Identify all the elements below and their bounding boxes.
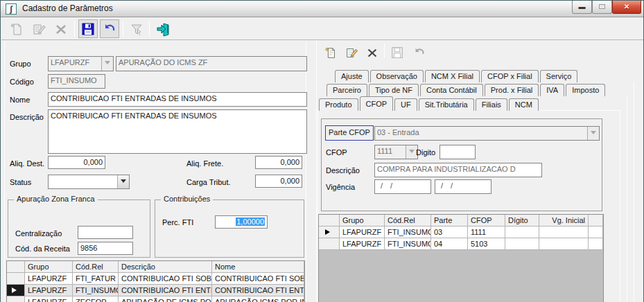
tab-ajuste[interactable]: Ajuste bbox=[335, 70, 369, 82]
cell-cod-rel[interactable]: ZECFOP bbox=[73, 296, 119, 302]
tab-produto[interactable]: Produto bbox=[319, 98, 358, 111]
vigencia-fim-field[interactable]: / / bbox=[435, 179, 491, 194]
chevron-down-icon[interactable] bbox=[117, 175, 129, 188]
delete-icon bbox=[53, 21, 69, 37]
column-header-grupo[interactable]: Grupo bbox=[25, 261, 73, 273]
toolbar-separator bbox=[74, 21, 75, 37]
chevron-down-icon[interactable] bbox=[101, 57, 113, 71]
detail-descricao-field[interactable]: COMPRA PARA INDUSTRIALIZACAO D bbox=[374, 163, 542, 177]
maximize-button[interactable] bbox=[592, 1, 612, 14]
descricao-textarea[interactable]: CONTRIBUICAO FTI ENTRADAS DE INSUMOS bbox=[48, 109, 307, 154]
cell-grupo[interactable]: LFAPURZF bbox=[340, 226, 385, 238]
delete-button[interactable] bbox=[51, 19, 71, 38]
cell-grupo[interactable]: LFAPURZF bbox=[340, 238, 385, 250]
cell-vg-inicial[interactable] bbox=[539, 226, 589, 238]
column-header-parte[interactable]: Parte bbox=[431, 215, 468, 226]
save-button[interactable] bbox=[78, 19, 98, 38]
tab-row-1: Ajuste Observação NCM X Filial CFOP x Fi… bbox=[335, 70, 579, 82]
perc-fti-field[interactable]: 1,00000 bbox=[215, 215, 268, 229]
cell-descricao[interactable]: CONTRIBUICAO FTI ENTR bbox=[119, 285, 212, 296]
column-header-digito[interactable]: Dígito bbox=[505, 215, 539, 226]
column-header-vg-inicial[interactable]: Vg. Inicial bbox=[539, 215, 589, 226]
column-header-nome[interactable]: Nome bbox=[212, 261, 304, 273]
detail-edit-button[interactable] bbox=[342, 44, 360, 61]
tab-sit-tributaria[interactable]: Sit.Tributária bbox=[419, 98, 474, 111]
grupo-combo[interactable]: LFAPURZF bbox=[48, 56, 114, 71]
status-combo[interactable] bbox=[48, 175, 130, 189]
new-button[interactable] bbox=[7, 19, 26, 38]
grid-empty-area bbox=[319, 250, 603, 302]
tab-prod-x-filial[interactable]: Prod. x Filial bbox=[485, 84, 539, 96]
undo-button[interactable] bbox=[100, 19, 119, 38]
table-row-selected[interactable]: LFAPURZF FTI_INSUMC CONTRIBUICAO FTI ENT… bbox=[7, 285, 304, 296]
cod-receita-field[interactable]: 9856 bbox=[78, 242, 133, 255]
carga-tribut-field[interactable]: 0,000 bbox=[255, 175, 302, 188]
cell-digito[interactable] bbox=[505, 238, 539, 250]
vigencia-inicio-field[interactable]: / / bbox=[374, 179, 431, 194]
tab-imposto[interactable]: Imposto bbox=[566, 84, 605, 96]
cfop-combo[interactable]: 1111 bbox=[374, 145, 418, 159]
tab-ncm[interactable]: NCM bbox=[509, 98, 539, 111]
cell-cod-rel[interactable]: FTI_INSUMC bbox=[385, 238, 431, 250]
table-row[interactable]: LFAPURZF FTI_FATUR CONTRIBUICAO FTI SOBR… bbox=[7, 273, 304, 285]
exit-button[interactable] bbox=[153, 19, 173, 38]
table-row[interactable]: LFAPURZF ZECFOP APURAÇÃO DE ICMS POR APU… bbox=[7, 296, 304, 302]
tab-servico[interactable]: Serviço bbox=[540, 70, 578, 82]
detail-delete-button[interactable] bbox=[363, 44, 381, 61]
chevron-down-icon[interactable] bbox=[587, 127, 599, 140]
cell-nome[interactable]: CONTRIBUICAO FTI SOBR bbox=[212, 273, 304, 285]
column-header-cod-rel[interactable]: Cód.Rel bbox=[73, 261, 119, 273]
cell-grupo[interactable]: LFAPURZF bbox=[25, 273, 73, 285]
cell-nome[interactable]: CONTRIBUICAO FTI ENTR bbox=[212, 285, 304, 296]
cell-descricao[interactable]: APURAÇÃO DE ICMS POR bbox=[119, 296, 212, 302]
tab-cfop[interactable]: CFOP bbox=[360, 96, 394, 111]
cell-cfop[interactable]: 1111 bbox=[468, 226, 505, 238]
cell-cod-rel[interactable]: FTI_INSUMC bbox=[73, 285, 119, 296]
app-window: ∫ Cadastro de Parâmetros ▬ ✕ bbox=[0, 0, 644, 302]
tab-observacao[interactable]: Observação bbox=[370, 70, 424, 82]
digito-field[interactable] bbox=[440, 145, 476, 159]
tab-iva[interactable]: IVA bbox=[540, 84, 564, 96]
grupo-descricao-field[interactable]: APURAÇÃO DO ICMS ZF bbox=[116, 56, 307, 71]
tab-uf[interactable]: UF bbox=[394, 98, 417, 111]
cell-parte[interactable]: 04 bbox=[431, 238, 468, 250]
detail-undo-button[interactable] bbox=[410, 44, 428, 61]
aliq-frete-field[interactable]: 0,000 bbox=[255, 156, 302, 169]
cell-cfop[interactable]: 5103 bbox=[468, 238, 505, 250]
edit-button[interactable] bbox=[29, 19, 49, 38]
nome-field[interactable]: CONTRIBUICAO FTI ENTRADAS DE INSUMOS bbox=[48, 92, 307, 107]
cell-partial[interactable] bbox=[589, 238, 603, 250]
cell-partial[interactable] bbox=[589, 226, 603, 238]
tab-parceiro[interactable]: Parceiro bbox=[327, 84, 367, 96]
cell-grupo[interactable]: LFAPURZF bbox=[25, 296, 73, 302]
centralizacao-field[interactable] bbox=[78, 226, 133, 239]
cell-grupo[interactable]: LFAPURZF bbox=[25, 285, 73, 296]
filter-button[interactable] bbox=[127, 19, 146, 38]
tab-conta-contabil[interactable]: Conta Contábil bbox=[420, 84, 483, 96]
close-button[interactable]: ✕ bbox=[612, 1, 641, 14]
minimize-button[interactable]: ▬ bbox=[572, 1, 592, 14]
column-header-grupo[interactable]: Grupo bbox=[340, 215, 385, 226]
table-row-selected[interactable]: LFAPURZF FTI_INSUMC 03 1111 bbox=[319, 226, 603, 238]
detail-save-button[interactable] bbox=[388, 44, 406, 61]
column-header-cod-rel[interactable]: Cód.Rel bbox=[385, 215, 431, 226]
tab-cfop-x-filial[interactable]: CFOP x Filial bbox=[481, 70, 539, 82]
cell-digito[interactable] bbox=[505, 226, 539, 238]
cell-nome[interactable]: APURAÇÃO ICMS POR INC bbox=[212, 296, 304, 302]
tab-filiais[interactable]: Filiais bbox=[476, 98, 507, 111]
cell-descricao[interactable]: CONTRIBUICAO FTI SOBR bbox=[119, 273, 212, 285]
title-bar[interactable]: ∫ Cadastro de Parâmetros ▬ ✕ bbox=[1, 1, 643, 17]
codigo-field[interactable]: FTI_INSUMO bbox=[48, 74, 105, 89]
parte-cfop-combo[interactable]: 03 - Entrada bbox=[374, 126, 600, 141]
cell-parte[interactable]: 03 bbox=[431, 226, 468, 238]
column-header-cfop[interactable]: CFOP bbox=[468, 215, 505, 226]
tab-ncm-x-filial[interactable]: NCM X Filial bbox=[425, 70, 480, 82]
detail-new-button[interactable] bbox=[322, 44, 340, 61]
table-row[interactable]: LFAPURZF FTI_INSUMC 04 5103 bbox=[319, 238, 603, 250]
cell-cod-rel[interactable]: FTI_FATUR bbox=[73, 273, 119, 285]
aliq-dest-field[interactable]: 0,000 bbox=[48, 156, 105, 169]
tab-tipo-de-nf[interactable]: Tipo de NF bbox=[369, 84, 419, 96]
cell-vg-inicial[interactable] bbox=[539, 238, 589, 250]
column-header-descricao[interactable]: Descrição bbox=[119, 261, 212, 273]
cell-cod-rel[interactable]: FTI_INSUMC bbox=[385, 226, 431, 238]
